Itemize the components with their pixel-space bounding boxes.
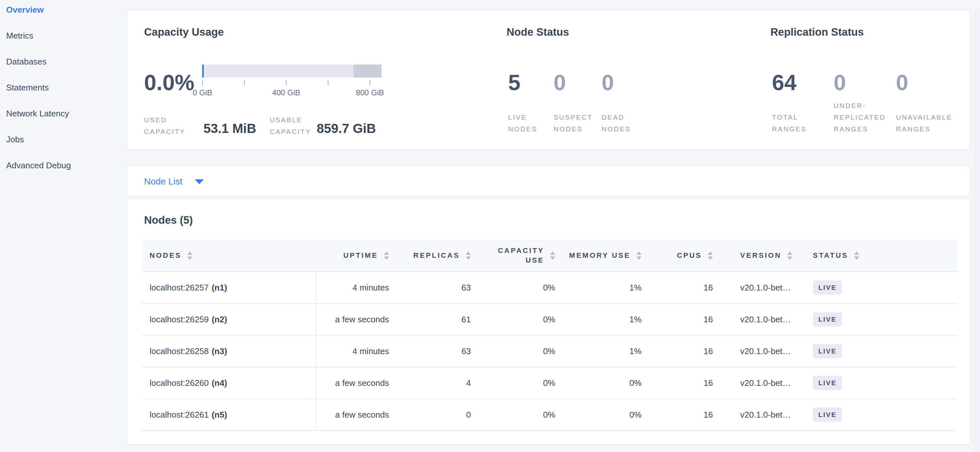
uptime-cell: a few seconds	[316, 314, 393, 325]
cpus-cell: 16	[649, 378, 717, 388]
sidebar-item-metrics[interactable]: Metrics	[0, 23, 127, 49]
version-cell: v20.1.0-bet…	[717, 283, 803, 293]
column-header-uptime[interactable]: UPTIME	[316, 239, 393, 271]
uptime-cell: a few seconds	[316, 410, 393, 420]
sort-icon	[187, 251, 192, 260]
under-replicated-ranges-label: UNDER-REPLICATED RANGES	[834, 96, 900, 135]
node-address-cell[interactable]: localhost:26257(n1)	[142, 283, 316, 293]
sidebar-item-advanced-debug[interactable]: Advanced Debug	[0, 152, 127, 178]
replicas-cell: 63	[393, 283, 477, 293]
sidebar-item-jobs[interactable]: Jobs	[0, 127, 127, 152]
table-header-row: NODES UPTIME REPLICAS CAPACITY USE MEMOR…	[142, 239, 958, 272]
capacity-use-cell: 0%	[477, 283, 562, 293]
memory-use-cell: 1%	[562, 283, 649, 293]
capacity-bar-axis: 0 GiB 400 GiB 800 GiB	[202, 80, 382, 106]
live-nodes-label: LIVE NODES	[508, 96, 546, 135]
memory-use-cell: 0%	[562, 410, 649, 420]
sidebar-item-label: Databases	[6, 57, 46, 67]
dead-nodes-label: DEAD NODES	[601, 96, 639, 135]
sidebar-item-databases[interactable]: Databases	[0, 49, 127, 75]
replicas-cell: 63	[393, 346, 477, 356]
axis-tick	[370, 80, 370, 85]
sidebar-item-overview[interactable]: Overview	[0, 0, 127, 23]
column-header-memory-use[interactable]: MEMORY USE	[562, 239, 649, 271]
scrollbar-gutter[interactable]	[974, 9, 980, 452]
node-address-cell[interactable]: localhost:26259(n2)	[142, 314, 316, 325]
column-header-status[interactable]: STATUS	[803, 239, 958, 271]
version-cell: v20.1.0-bet…	[717, 314, 803, 325]
status-badge: LIVE	[813, 281, 842, 295]
total-ranges-label: TOTAL RANGES	[772, 96, 818, 135]
cpus-cell: 16	[649, 283, 717, 293]
unavailable-ranges-count: 0	[896, 71, 908, 94]
node-list-dropdown[interactable]: Node List	[127, 176, 204, 187]
column-header-cpus[interactable]: CPUS	[649, 239, 717, 271]
replicas-cell: 0	[393, 410, 477, 420]
sort-icon	[854, 251, 859, 260]
under-replicated-ranges-count: 0	[834, 71, 846, 94]
table-row: localhost:26258(n3) 4 minutes 63 0% 1% 1…	[142, 336, 958, 367]
sidebar-item-label: Jobs	[6, 135, 24, 144]
capacity-usage-title: Capacity Usage	[144, 26, 224, 38]
cluster-summary-panel: Capacity Usage 0.0% 0 GiB 400 GiB 800 Gi…	[127, 10, 970, 150]
sort-icon	[708, 251, 713, 260]
total-ranges-count: 64	[772, 71, 797, 94]
replicas-cell: 61	[393, 314, 477, 325]
dead-nodes-count: 0	[601, 71, 614, 94]
nodes-table-title: Nodes (5)	[144, 214, 193, 226]
status-cell: LIVE	[803, 408, 958, 422]
sidebar-item-label: Network Latency	[6, 109, 69, 119]
status-badge: LIVE	[813, 312, 842, 327]
usable-capacity-label: USABLE CAPACITY	[270, 114, 323, 138]
status-badge: LIVE	[813, 408, 842, 422]
table-row: localhost:26259(n2) a few seconds 61 0% …	[142, 304, 958, 336]
memory-use-cell: 1%	[562, 314, 649, 325]
nodes-column-divider	[316, 272, 317, 431]
sidebar-item-network-latency[interactable]: Network Latency	[0, 100, 127, 127]
replication-status-title: Replication Status	[770, 26, 864, 38]
uptime-cell: 4 minutes	[316, 346, 393, 356]
nodes-table: NODES UPTIME REPLICAS CAPACITY USE MEMOR…	[142, 239, 958, 431]
axis-tick-label: 400 GiB	[267, 88, 306, 97]
sort-icon	[384, 251, 389, 260]
column-header-replicas[interactable]: REPLICAS	[393, 239, 477, 271]
column-header-nodes[interactable]: NODES	[142, 239, 316, 271]
axis-tick	[286, 80, 286, 85]
cpus-cell: 16	[649, 410, 717, 420]
usable-capacity-value: 859.7 GiB	[317, 121, 376, 136]
uptime-cell: a few seconds	[316, 378, 393, 388]
node-address-cell[interactable]: localhost:26258(n3)	[142, 346, 316, 356]
table-row: localhost:26257(n1) 4 minutes 63 0% 1% 1…	[142, 272, 958, 304]
column-header-version[interactable]: VERSION	[717, 239, 803, 271]
sidebar-item-label: Advanced Debug	[6, 160, 71, 171]
node-address-cell[interactable]: localhost:26261(n5)	[142, 410, 316, 420]
status-cell: LIVE	[803, 281, 958, 295]
content-top-divider	[127, 9, 980, 10]
sidebar-item-label: Metrics	[6, 31, 33, 41]
version-cell: v20.1.0-bet…	[717, 346, 803, 356]
axis-tick	[328, 80, 328, 85]
capacity-use-cell: 0%	[477, 410, 562, 420]
table-row: localhost:26260(n4) a few seconds 4 0% 0…	[142, 367, 958, 399]
axis-tick-label: 0 GiB	[183, 88, 222, 97]
unavailable-ranges-label: UNAVAILABLE RANGES	[896, 96, 975, 135]
used-capacity-label: USED CAPACITY	[144, 114, 197, 138]
live-nodes-count: 5	[508, 71, 520, 94]
sidebar-item-statements[interactable]: Statements	[0, 75, 127, 100]
axis-tick	[202, 80, 203, 85]
sort-icon	[787, 251, 792, 260]
axis-tick	[244, 80, 245, 85]
view-selector-panel: Node List	[127, 167, 970, 197]
sort-icon	[466, 251, 471, 260]
column-header-capacity-use[interactable]: CAPACITY USE	[477, 239, 562, 271]
capacity-use-cell: 0%	[477, 378, 562, 388]
version-cell: v20.1.0-bet…	[717, 410, 803, 420]
memory-use-cell: 1%	[562, 346, 649, 356]
version-cell: v20.1.0-bet…	[717, 378, 803, 388]
capacity-use-cell: 0%	[477, 346, 562, 356]
replicas-cell: 4	[393, 378, 477, 388]
node-address-cell[interactable]: localhost:26260(n4)	[142, 378, 316, 388]
node-status-title: Node Status	[507, 26, 569, 38]
sidebar: Overview Metrics Databases Statements Ne…	[0, 0, 127, 178]
sort-icon	[550, 251, 555, 260]
